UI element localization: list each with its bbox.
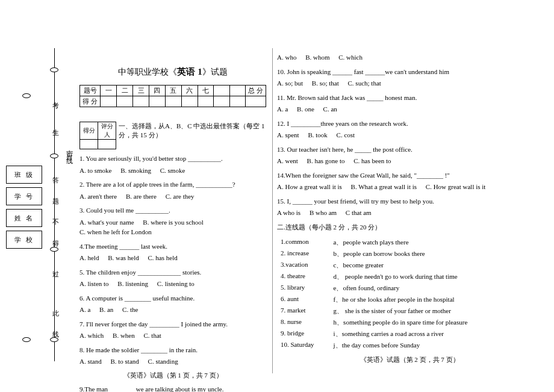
mini-header: 评分人 (98, 122, 116, 140)
question-text: 8. He made the soldier ________ in the r… (79, 345, 266, 355)
score-header-cell: 六 (181, 86, 198, 96)
option-a: A. a (79, 305, 90, 315)
title-suffix: 》试题 (202, 67, 228, 76)
score-cell[interactable] (198, 96, 214, 107)
binding-line (54, 48, 55, 361)
score-cell[interactable] (117, 96, 133, 107)
score-cell[interactable] (214, 96, 229, 107)
question-text: 7. I'll never forget the day _________ I… (79, 319, 266, 329)
page-footer-1: 《英语》试题（第 1 页，共 7 页） (79, 371, 266, 380)
score-header-cell: 五 (165, 86, 181, 96)
question-13: 13. Our teacher isn't here, he _____ the… (277, 145, 542, 166)
option-b: B. smoking (120, 166, 151, 176)
match-right: g、 she is the sister of your father or m… (331, 306, 470, 316)
option-b: B. an (99, 305, 113, 315)
score-total-cell[interactable] (245, 96, 266, 107)
class-box: 班级 (6, 166, 42, 184)
match-right: d、 people needn't go to work during that… (331, 272, 470, 282)
match-left: 10. Saturday (278, 340, 317, 350)
score-header-cell: 三 (133, 86, 149, 96)
marker-table: 得分 评分人 (79, 122, 116, 149)
match-right: b、people can borrow books there (331, 249, 470, 259)
column-divider (272, 48, 273, 373)
option-a: A. stand (79, 356, 102, 367)
section2-title: 二.连线题（每小题 2 分，共 20 分） (277, 222, 542, 232)
option-b: B. took (308, 130, 327, 140)
match-left: 2. increase (278, 249, 317, 259)
title-subject: 英语 1 (177, 67, 202, 76)
school-box: 学校 (6, 231, 42, 249)
option-a: A. a (277, 104, 288, 114)
option-c: C. How great wall is it (426, 182, 486, 192)
question-text: 13. Our teacher isn't here, he _____ the… (277, 145, 542, 155)
option-b: B who am (310, 208, 337, 218)
option-c: C. has held (148, 253, 178, 263)
left-column: 中等职业学校《英语 1》试题 题号 一 二 三 四 五 六 七 总 分 得 分 (79, 66, 266, 392)
score-cell[interactable] (133, 96, 149, 107)
option-a: A. held (79, 253, 99, 263)
mini-cell[interactable] (80, 140, 98, 149)
option-b: B. where is you school (143, 217, 204, 228)
option-c: C. standing (148, 356, 178, 367)
right-column: A. who B. whom C. which 10. John is spea… (277, 48, 542, 367)
score-cell[interactable] (101, 96, 117, 107)
option-c: C. which (338, 52, 363, 63)
match-left: 7. market (278, 306, 317, 316)
option-a: A. spent (277, 130, 299, 140)
score-row-label: 得 分 (80, 96, 101, 107)
score-header-cell (229, 86, 245, 96)
question-10: 10. John is speaking ______ fast ______w… (277, 67, 542, 89)
binding-circle (50, 247, 58, 252)
option-b: B. has gone to (307, 156, 345, 166)
score-header-cell: 题号 (80, 86, 101, 96)
student-info-boxes: 班级 学号 姓名 学校 (6, 166, 42, 252)
score-header-cell: 总 分 (245, 86, 266, 96)
question-text: 5. The children enjoy _____________ stor… (79, 267, 266, 278)
question-4: 4.The meeting ______ last week. A. held … (79, 241, 266, 263)
option-c: C that am (346, 208, 372, 218)
score-header-cell: 二 (117, 86, 133, 96)
match-left: 8. nurse (278, 317, 317, 328)
score-table: 题号 一 二 三 四 五 六 七 总 分 得 分 (79, 85, 266, 107)
score-cell[interactable] (165, 96, 181, 107)
match-right: a、people watch plays there (331, 237, 470, 247)
match-left: 1.common (278, 237, 317, 247)
option-a: A. what's your name (79, 217, 134, 228)
question-11: 11. Mr. Brown said that Jack was _____ h… (277, 93, 542, 114)
question-text: 11. Mr. Brown said that Jack was _____ h… (277, 93, 542, 103)
score-header-cell: 四 (149, 86, 165, 96)
option-b: B. are there (126, 191, 157, 202)
punch-hole (22, 337, 31, 342)
question-text: 12. I _________three years on the resear… (277, 119, 542, 129)
question-3: 3. Could you tell me __________. A. what… (79, 205, 266, 237)
option-c: C. cost (337, 130, 355, 140)
question-text: 15. I, ______ your best friend, will try… (277, 196, 542, 207)
option-b: B. one (297, 104, 314, 114)
score-cell[interactable] (229, 96, 245, 107)
title-prefix: 中等职业学校《 (118, 67, 177, 76)
question-text: 4.The meeting ______ last week. (79, 241, 266, 252)
score-header-cell (214, 86, 229, 96)
option-c: C. has been to (353, 156, 391, 166)
option-b: B. whom (305, 52, 329, 63)
question-6: 6. A computer is ________ useful machine… (79, 293, 266, 315)
question-text: 1. You are seriously ill, you'd better s… (79, 154, 266, 164)
option-c: C. listening to (157, 279, 195, 289)
option-b: B. when (113, 331, 135, 341)
match-left: 3.vacation (278, 260, 317, 270)
score-cell[interactable] (181, 96, 198, 107)
question-12: 12. I _________three years on the resear… (277, 119, 542, 140)
option-c: C. when he left for London (79, 227, 152, 237)
match-right: f、he or she looks after people in the ho… (331, 294, 470, 305)
match-right: c、become greater (331, 260, 470, 270)
mini-cell[interactable] (98, 140, 116, 149)
question-text: 3. Could you tell me __________. (79, 205, 266, 216)
binding-circle (50, 154, 58, 158)
question-text: 14.When the foreigner saw the Great Wall… (277, 170, 542, 181)
score-header-cell: 一 (101, 86, 117, 96)
question-text: 9.The man________ we are talking about i… (79, 384, 266, 393)
score-cell[interactable] (149, 96, 165, 107)
paper-title: 中等职业学校《英语 1》试题 (79, 66, 266, 78)
match-right: j、the day comes before Sunday (331, 340, 470, 350)
option-c: C. are they (166, 191, 195, 202)
